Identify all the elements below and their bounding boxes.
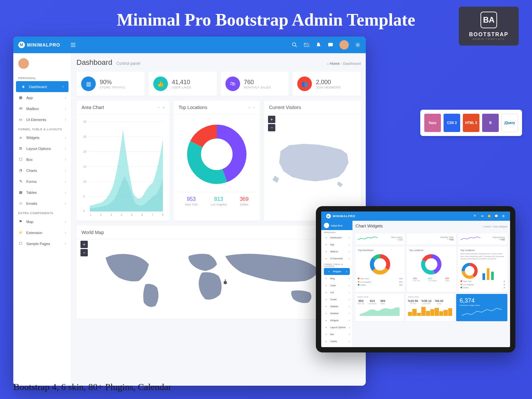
svg-text:0: 0 xyxy=(83,209,85,212)
sidebar-item-label: Layout Options xyxy=(26,147,51,151)
tablet-sidebar-item[interactable]: •List› xyxy=(321,289,352,296)
tablet-sidebar-item[interactable]: •Statistic› xyxy=(321,303,352,310)
tablet-sidebar: Aaliya Bros PERSONAL•Dashboard›•App›•Mai… xyxy=(321,221,353,347)
tablet-sidebar-item[interactable]: •Chart› xyxy=(321,282,352,289)
mini-loc-stat: 369Dallas xyxy=(445,277,450,282)
tablet-sidebar-item[interactable]: •UI Elements› xyxy=(321,255,352,262)
tablet-page-title: Chart Widgets xyxy=(355,223,383,228)
zoom-in-button[interactable]: + xyxy=(268,116,275,123)
bars-icon: ▥ xyxy=(81,76,96,91)
sidebar-item-label: Emails xyxy=(26,201,37,205)
brand-logo[interactable]: M MINIMALPRO xyxy=(18,42,60,48)
ba-text-main: BOOTSTRAP xyxy=(466,32,512,38)
sidebar-user[interactable] xyxy=(13,53,71,74)
location-value: 813 xyxy=(210,196,227,202)
tablet-sidebar-section: FORMS, TABLE & LAYOUTS xyxy=(321,262,352,268)
tablet-gear-icon[interactable]: ⚙ xyxy=(501,214,505,218)
mail-icon[interactable] xyxy=(304,42,310,48)
hamburger-icon[interactable] xyxy=(70,42,76,48)
stat-label: STORE TRAFFIC xyxy=(100,86,126,89)
tablet-sidebar-item[interactable]: •Social› xyxy=(321,296,352,303)
stat-value: 760 xyxy=(244,79,271,86)
tablet-brand[interactable]: M MINIMALPRO xyxy=(326,214,355,218)
map-icon: ⚑ xyxy=(18,219,23,224)
sidebar-item-dashboard[interactable]: ◈Dashboard› xyxy=(16,81,68,92)
css3-badge: CSS 3 xyxy=(444,114,460,132)
sidebar-item-ui-elements[interactable]: ▭UI Elements› xyxy=(13,114,71,125)
tablet-sidebar-item[interactable]: •Weather› xyxy=(321,310,352,317)
tablet-sidebar-item[interactable]: •Box› xyxy=(321,331,352,338)
sidebar-item-sample-pages[interactable]: ☐Sample Pages› xyxy=(13,238,71,249)
plug-icon: ⚡ xyxy=(18,230,23,235)
tablet-sidebar-item[interactable]: •Widgets› xyxy=(321,317,352,324)
top-locations-title: Top Locations xyxy=(179,105,207,110)
sidebar-item-label: Tables xyxy=(26,191,37,195)
tablet-sidebar-item[interactable]: •App› xyxy=(321,241,352,248)
map-zoom-in-button[interactable]: + xyxy=(80,241,88,248)
chat-icon[interactable] xyxy=(328,42,333,48)
zoom-out-button[interactable]: − xyxy=(268,124,275,131)
sidebar-item-widgets[interactable]: ≡Widgets› xyxy=(13,132,71,143)
mini-loc-stat: 953New York xyxy=(413,277,420,282)
tablet-search-icon[interactable]: 🔍 xyxy=(473,214,477,218)
svg-text:4: 4 xyxy=(121,213,122,216)
tablet-chat-icon[interactable]: 💬 xyxy=(494,214,498,218)
tablet-sidebar-item[interactable]: •Dashboard› xyxy=(321,234,352,241)
chevron-right-icon: › xyxy=(65,147,66,150)
chevron-right-icon: › xyxy=(65,231,66,234)
tablet-sidebar-item[interactable]: •Mailbox› xyxy=(321,248,352,255)
svg-text:1: 1 xyxy=(90,213,91,216)
location-name: Dallas xyxy=(240,203,249,206)
sidebar-item-mailbox[interactable]: ✉Mailbox› xyxy=(13,103,71,114)
topbar: M MINIMALPRO xyxy=(13,37,366,53)
sidebar-section-label: PERSONAL xyxy=(13,74,71,81)
gear-icon[interactable] xyxy=(355,42,361,48)
user-avatar[interactable] xyxy=(339,40,349,50)
collapse-icon[interactable]: − xyxy=(253,105,255,109)
users-icon: 👥 xyxy=(297,76,312,91)
home-icon[interactable]: ⌂ xyxy=(327,62,330,66)
visitors-title: Current Visitors xyxy=(269,105,301,110)
sidebar-item-tables[interactable]: ▦Tables› xyxy=(13,187,71,198)
sidebar-item-charts[interactable]: ◔Charts› xyxy=(13,165,71,176)
stat-value: 2,000 xyxy=(316,79,341,86)
spark-card: Monthly Sale~ %80 xyxy=(407,233,456,245)
tablet-sidebar-item[interactable]: •Layout Options› xyxy=(321,324,352,331)
page-header: Dashboard Control panel ⌂ Home › Dashboa… xyxy=(76,58,361,67)
sidebar-item-box[interactable]: ☐Box› xyxy=(13,154,71,165)
sidebar-item-extension[interactable]: ⚡Extension› xyxy=(13,227,71,238)
chevron-right-icon: › xyxy=(65,158,66,161)
tablet-user-panel[interactable]: Aaliya Bros xyxy=(321,221,352,230)
tablet-sidebar-item[interactable]: •Charts› xyxy=(321,338,352,345)
map-zoom-out-button[interactable]: − xyxy=(80,249,88,256)
sidebar-item-app[interactable]: ▦App› xyxy=(13,92,71,103)
bell-icon[interactable] xyxy=(316,42,322,48)
minimize-icon[interactable]: − xyxy=(158,105,160,109)
page-views-card: 6,374 Increase in page views xyxy=(456,294,507,321)
chevron-right-icon: › xyxy=(65,96,66,99)
chevron-right-icon: › xyxy=(65,107,66,110)
chevron-right-icon: › xyxy=(65,169,66,172)
sidebar-item-map[interactable]: ⚑Map› xyxy=(13,216,71,227)
chevron-right-icon: › xyxy=(65,220,66,223)
sidebar-item-label: Dashboard xyxy=(29,85,47,89)
tablet-bell-icon[interactable]: 🔔 xyxy=(487,214,491,218)
mail-icon: ✉ xyxy=(18,106,23,111)
tablet-sidebar-item[interactable]: •Blog› xyxy=(321,275,352,282)
breadcrumb-home[interactable]: Home xyxy=(330,62,339,66)
tablet-sidebar-item[interactable]: •Widgets› xyxy=(324,268,350,275)
chevron-right-icon: › xyxy=(65,242,66,245)
tech-badges: Sass CSS 3 HTML 5 B jQuery xyxy=(420,110,522,136)
box-icon: ☐ xyxy=(18,157,23,162)
refresh-icon[interactable]: ○ xyxy=(248,105,250,109)
ba-text-sub: ADMIN TEMPLATE xyxy=(466,38,512,41)
sidebar-item-layout-options[interactable]: ⧉Layout Options› xyxy=(13,143,71,154)
search-icon[interactable] xyxy=(292,42,298,48)
file-icon: ☐ xyxy=(18,241,23,246)
brand-name: MINIMALPRO xyxy=(27,42,60,48)
sidebar-item-emails[interactable]: ◇Emails› xyxy=(13,198,71,209)
close-icon[interactable]: × xyxy=(163,105,165,109)
tablet-mail-icon[interactable]: ✉ xyxy=(480,214,484,218)
spark-card: Impressions~ %80 xyxy=(458,233,507,245)
sidebar-item-forms[interactable]: ✎Forms› xyxy=(13,176,71,187)
